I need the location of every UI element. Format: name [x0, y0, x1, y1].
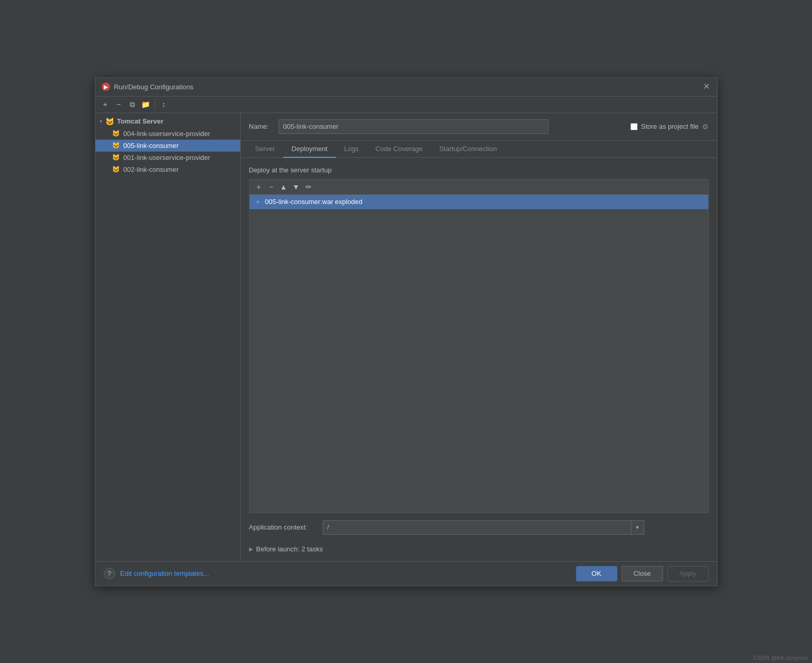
name-row: Name: Store as project file ⚙	[241, 113, 717, 141]
sidebar-item-005[interactable]: 🐱 005-link-consumer	[95, 140, 240, 152]
deploy-up-button[interactable]: ▲	[279, 182, 289, 192]
tabs-bar: Server Deployment Logs Code Coverage Sta…	[241, 141, 717, 158]
app-context-input-wrap: ▾	[323, 520, 644, 535]
tab-deployment[interactable]: Deployment	[283, 141, 336, 158]
tab-logs[interactable]: Logs	[336, 141, 367, 158]
sidebar-item-label-002: 002-link-consumer	[123, 166, 179, 173]
main-content: ▾ 🐱 Tomcat Server 🐱 004-link-userservice…	[95, 113, 717, 561]
tomcat-server-label: Tomcat Server	[117, 117, 163, 125]
before-launch-section: ▶ Before launch: 2 tasks	[249, 545, 709, 553]
collapse-arrow-icon: ▾	[100, 118, 102, 124]
sort-config-button[interactable]: ↕	[158, 99, 170, 110]
remove-config-button[interactable]: −	[113, 99, 125, 110]
tomcat-server-header[interactable]: ▾ 🐱 Tomcat Server	[95, 115, 240, 128]
bottom-bar-left: ? Edit configuration templates...	[104, 568, 209, 579]
name-input[interactable]	[279, 119, 548, 134]
deploy-item-label: 005-link-consumer:war exploded	[265, 198, 363, 206]
store-project-checkbox[interactable]	[630, 123, 638, 130]
deploy-edit-button[interactable]: ✏	[304, 182, 314, 192]
deploy-item-icon: ✦	[255, 198, 261, 206]
config-item-icon: 🐱	[112, 130, 120, 137]
sidebar-item-label-001: 001-link-userservice-provider	[123, 154, 211, 161]
config-item-icon-4: 🐱	[112, 166, 120, 173]
deploy-toolbar: + − ▲ ▼ ✏	[249, 179, 709, 194]
dialog-title: Run/Debug Configurations	[114, 83, 194, 91]
close-button[interactable]: Close	[622, 566, 663, 581]
title-bar-left: ▶ Run/Debug Configurations	[102, 83, 194, 91]
folder-config-button[interactable]: 📁	[140, 99, 152, 110]
tomcat-icon: 🐱	[105, 117, 114, 126]
deploy-section-title: Deploy at the server startup	[249, 166, 709, 174]
sidebar-item-002[interactable]: 🐱 002-link-consumer	[95, 164, 240, 175]
sidebar-item-label-005: 005-link-consumer	[123, 142, 179, 150]
tab-code-coverage[interactable]: Code Coverage	[367, 141, 431, 158]
gear-icon[interactable]: ⚙	[702, 123, 709, 131]
before-launch-header[interactable]: ▶ Before launch: 2 tasks	[249, 545, 709, 553]
dialog-buttons: OK Close Apply	[576, 566, 709, 581]
name-label: Name:	[249, 123, 272, 130]
config-toolbar: + − ⧉ 📁 ↕	[95, 97, 717, 113]
dialog-close-button[interactable]: ✕	[703, 83, 711, 91]
deploy-list: ✦ 005-link-consumer:war exploded	[249, 194, 709, 513]
deploy-remove-button[interactable]: −	[266, 182, 277, 192]
tomcat-server-group: ▾ 🐱 Tomcat Server 🐱 004-link-userservice…	[95, 115, 240, 175]
app-context-dropdown-button[interactable]: ▾	[631, 520, 644, 535]
watermark: CSDN @KK-Greyson	[753, 655, 808, 661]
config-item-icon-2: 🐱	[112, 142, 120, 149]
dialog-icon: ▶	[102, 83, 110, 91]
app-context-label: Application context:	[249, 523, 316, 531]
sidebar-item-004[interactable]: 🐱 004-link-userservice-provider	[95, 128, 240, 140]
before-launch-arrow-icon: ▶	[249, 546, 253, 552]
bottom-bar: ? Edit configuration templates... OK Clo…	[95, 561, 717, 586]
copy-config-button[interactable]: ⧉	[127, 99, 138, 110]
tab-server[interactable]: Server	[247, 141, 283, 158]
tab-content-deployment: Deploy at the server startup + − ▲ ▼ ✏ ✦…	[241, 158, 717, 561]
app-context-row: Application context: ▾	[249, 520, 709, 535]
deploy-list-item[interactable]: ✦ 005-link-consumer:war exploded	[250, 195, 708, 209]
toolbar-separator	[155, 100, 155, 109]
config-sidebar: ▾ 🐱 Tomcat Server 🐱 004-link-userservice…	[95, 113, 241, 561]
title-bar: ▶ Run/Debug Configurations ✕	[95, 78, 717, 97]
store-project-area: Store as project file ⚙	[630, 123, 708, 131]
run-debug-dialog: ▶ Run/Debug Configurations ✕ + − ⧉ 📁 ↕ ▾…	[95, 77, 718, 586]
deploy-add-button[interactable]: +	[254, 182, 264, 192]
store-project-label: Store as project file	[641, 123, 698, 130]
tab-startup-connection[interactable]: Startup/Connection	[431, 141, 505, 158]
sidebar-item-001[interactable]: 🐱 001-link-userservice-provider	[95, 152, 240, 164]
help-button[interactable]: ?	[104, 568, 115, 579]
before-launch-label: Before launch: 2 tasks	[256, 545, 323, 553]
right-panel: Name: Store as project file ⚙ Server Dep…	[241, 113, 717, 561]
config-item-icon-3: 🐱	[112, 154, 120, 161]
deploy-down-button[interactable]: ▼	[291, 182, 301, 192]
ok-button[interactable]: OK	[576, 566, 617, 581]
sidebar-item-label-004: 004-link-userservice-provider	[123, 130, 211, 138]
add-config-button[interactable]: +	[100, 99, 111, 110]
edit-templates-link[interactable]: Edit configuration templates...	[120, 570, 209, 577]
apply-button[interactable]: Apply	[667, 566, 709, 581]
app-context-input[interactable]	[323, 520, 631, 535]
